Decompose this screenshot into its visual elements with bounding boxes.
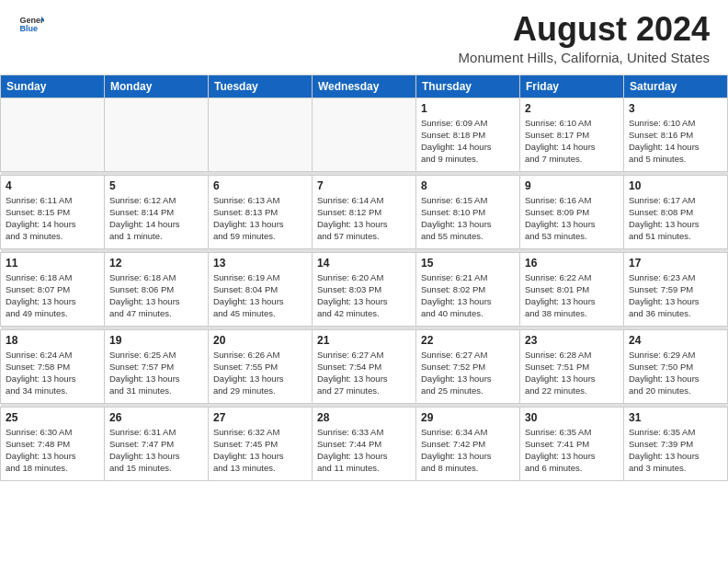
day-number: 30 [525, 411, 619, 424]
day-number: 13 [213, 257, 307, 270]
calendar-cell: 24Sunrise: 6:29 AM Sunset: 7:50 PM Dayli… [624, 329, 728, 403]
calendar-cell: 22Sunrise: 6:27 AM Sunset: 7:52 PM Dayli… [416, 329, 520, 403]
day-info: Sunrise: 6:28 AM Sunset: 7:51 PM Dayligh… [525, 349, 619, 397]
day-number: 25 [6, 411, 99, 424]
calendar-week-row: 11Sunrise: 6:18 AM Sunset: 8:07 PM Dayli… [1, 252, 728, 326]
day-number: 28 [317, 411, 411, 424]
calendar-cell: 29Sunrise: 6:34 AM Sunset: 7:42 PM Dayli… [416, 407, 520, 480]
day-number: 10 [629, 179, 722, 192]
calendar-week-row: 4Sunrise: 6:11 AM Sunset: 8:15 PM Daylig… [1, 175, 728, 248]
day-number: 6 [213, 179, 307, 192]
calendar-cell: 23Sunrise: 6:28 AM Sunset: 7:51 PM Dayli… [520, 329, 624, 403]
calendar-cell: 26Sunrise: 6:31 AM Sunset: 7:47 PM Dayli… [105, 407, 209, 480]
day-info: Sunrise: 6:20 AM Sunset: 8:03 PM Dayligh… [317, 271, 411, 320]
day-number: 8 [421, 179, 515, 192]
calendar-cell: 5Sunrise: 6:12 AM Sunset: 8:14 PM Daylig… [105, 175, 209, 248]
calendar-cell: 20Sunrise: 6:26 AM Sunset: 7:55 PM Dayli… [209, 329, 313, 403]
calendar-cell: 31Sunrise: 6:35 AM Sunset: 7:39 PM Dayli… [624, 407, 728, 480]
day-number: 2 [525, 102, 619, 115]
day-info: Sunrise: 6:18 AM Sunset: 8:06 PM Dayligh… [109, 271, 203, 320]
day-info: Sunrise: 6:32 AM Sunset: 7:45 PM Dayligh… [213, 426, 307, 475]
calendar-cell: 3Sunrise: 6:10 AM Sunset: 8:16 PM Daylig… [624, 98, 728, 171]
calendar-cell: 1Sunrise: 6:09 AM Sunset: 8:18 PM Daylig… [416, 98, 520, 171]
day-info: Sunrise: 6:29 AM Sunset: 7:50 PM Dayligh… [629, 349, 722, 397]
weekday-header-saturday: Saturday [624, 75, 728, 98]
day-info: Sunrise: 6:18 AM Sunset: 8:07 PM Dayligh… [6, 271, 99, 320]
calendar-cell: 13Sunrise: 6:19 AM Sunset: 8:04 PM Dayli… [209, 252, 313, 326]
calendar-week-row: 1Sunrise: 6:09 AM Sunset: 8:18 PM Daylig… [1, 98, 728, 171]
day-number: 4 [6, 179, 99, 192]
calendar-cell: 25Sunrise: 6:30 AM Sunset: 7:48 PM Dayli… [1, 407, 105, 480]
day-number: 21 [317, 334, 411, 347]
day-info: Sunrise: 6:22 AM Sunset: 8:01 PM Dayligh… [525, 271, 619, 320]
day-number: 22 [421, 334, 515, 347]
day-info: Sunrise: 6:14 AM Sunset: 8:12 PM Dayligh… [317, 194, 411, 243]
calendar-week-row: 18Sunrise: 6:24 AM Sunset: 7:58 PM Dayli… [1, 329, 728, 403]
day-number: 1 [421, 102, 515, 115]
calendar-cell: 12Sunrise: 6:18 AM Sunset: 8:06 PM Dayli… [105, 252, 209, 326]
calendar-table: SundayMondayTuesdayWednesdayThursdayFrid… [0, 75, 728, 481]
day-info: Sunrise: 6:21 AM Sunset: 8:02 PM Dayligh… [421, 271, 515, 320]
day-number: 16 [525, 257, 619, 270]
day-info: Sunrise: 6:17 AM Sunset: 8:08 PM Dayligh… [629, 194, 722, 243]
calendar-cell: 19Sunrise: 6:25 AM Sunset: 7:57 PM Dayli… [105, 329, 209, 403]
day-info: Sunrise: 6:35 AM Sunset: 7:41 PM Dayligh… [525, 426, 619, 475]
day-number: 18 [6, 334, 99, 347]
day-info: Sunrise: 6:11 AM Sunset: 8:15 PM Dayligh… [6, 194, 99, 243]
day-info: Sunrise: 6:27 AM Sunset: 7:54 PM Dayligh… [317, 349, 411, 397]
day-info: Sunrise: 6:13 AM Sunset: 8:13 PM Dayligh… [213, 194, 307, 243]
day-number: 5 [109, 179, 203, 192]
logo-icon: General Blue [18, 11, 44, 37]
day-info: Sunrise: 6:12 AM Sunset: 8:14 PM Dayligh… [109, 194, 203, 243]
day-info: Sunrise: 6:10 AM Sunset: 8:17 PM Dayligh… [525, 117, 619, 166]
day-number: 17 [629, 257, 722, 270]
calendar-cell: 10Sunrise: 6:17 AM Sunset: 8:08 PM Dayli… [624, 175, 728, 248]
calendar-cell: 21Sunrise: 6:27 AM Sunset: 7:54 PM Dayli… [313, 329, 416, 403]
calendar-cell: 6Sunrise: 6:13 AM Sunset: 8:13 PM Daylig… [209, 175, 313, 248]
calendar-cell: 14Sunrise: 6:20 AM Sunset: 8:03 PM Dayli… [313, 252, 416, 326]
day-number: 20 [213, 334, 307, 347]
weekday-header-row: SundayMondayTuesdayWednesdayThursdayFrid… [1, 75, 728, 98]
weekday-header-wednesday: Wednesday [313, 75, 416, 98]
calendar-cell [209, 98, 313, 171]
weekday-header-friday: Friday [520, 75, 624, 98]
day-info: Sunrise: 6:16 AM Sunset: 8:09 PM Dayligh… [525, 194, 619, 243]
day-info: Sunrise: 6:15 AM Sunset: 8:10 PM Dayligh… [421, 194, 515, 243]
calendar-week-row: 25Sunrise: 6:30 AM Sunset: 7:48 PM Dayli… [1, 407, 728, 480]
day-info: Sunrise: 6:24 AM Sunset: 7:58 PM Dayligh… [6, 349, 99, 397]
day-info: Sunrise: 6:30 AM Sunset: 7:48 PM Dayligh… [6, 426, 99, 475]
day-info: Sunrise: 6:27 AM Sunset: 7:52 PM Dayligh… [421, 349, 515, 397]
day-info: Sunrise: 6:34 AM Sunset: 7:42 PM Dayligh… [421, 426, 515, 475]
day-number: 29 [421, 411, 515, 424]
svg-text:General: General [19, 16, 44, 25]
day-number: 3 [629, 102, 722, 115]
calendar-cell: 28Sunrise: 6:33 AM Sunset: 7:44 PM Dayli… [313, 407, 416, 480]
day-number: 12 [109, 257, 203, 270]
month-title: August 2024 [459, 11, 710, 48]
calendar-cell: 17Sunrise: 6:23 AM Sunset: 7:59 PM Dayli… [624, 252, 728, 326]
page-header: General Blue August 2024 Monument Hills,… [0, 0, 728, 69]
calendar-cell: 18Sunrise: 6:24 AM Sunset: 7:58 PM Dayli… [1, 329, 105, 403]
day-number: 14 [317, 257, 411, 270]
calendar-cell: 15Sunrise: 6:21 AM Sunset: 8:02 PM Dayli… [416, 252, 520, 326]
location-title: Monument Hills, California, United State… [459, 50, 710, 65]
calendar-cell: 9Sunrise: 6:16 AM Sunset: 8:09 PM Daylig… [520, 175, 624, 248]
day-info: Sunrise: 6:23 AM Sunset: 7:59 PM Dayligh… [629, 271, 722, 320]
day-number: 19 [109, 334, 203, 347]
day-number: 11 [6, 257, 99, 270]
calendar-cell [313, 98, 416, 171]
calendar-cell: 2Sunrise: 6:10 AM Sunset: 8:17 PM Daylig… [520, 98, 624, 171]
day-number: 26 [109, 411, 203, 424]
day-info: Sunrise: 6:26 AM Sunset: 7:55 PM Dayligh… [213, 349, 307, 397]
calendar-cell: 27Sunrise: 6:32 AM Sunset: 7:45 PM Dayli… [209, 407, 313, 480]
day-number: 9 [525, 179, 619, 192]
day-info: Sunrise: 6:09 AM Sunset: 8:18 PM Dayligh… [421, 117, 515, 166]
day-info: Sunrise: 6:31 AM Sunset: 7:47 PM Dayligh… [109, 426, 203, 475]
weekday-header-tuesday: Tuesday [209, 75, 313, 98]
calendar-cell: 8Sunrise: 6:15 AM Sunset: 8:10 PM Daylig… [416, 175, 520, 248]
title-block: August 2024 Monument Hills, California, … [459, 11, 710, 65]
svg-text:Blue: Blue [19, 24, 38, 33]
weekday-header-monday: Monday [105, 75, 209, 98]
calendar-cell [1, 98, 105, 171]
calendar-cell: 30Sunrise: 6:35 AM Sunset: 7:41 PM Dayli… [520, 407, 624, 480]
